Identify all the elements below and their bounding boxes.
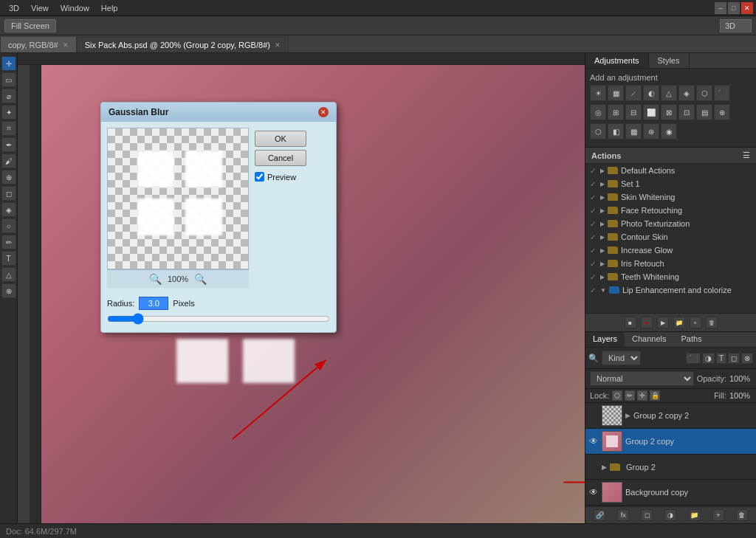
layer-effects-button[interactable]: fx	[617, 509, 629, 521]
action-increase-glow[interactable]: ✓ ▶ Increase Glow	[585, 244, 756, 257]
adj-exposure-icon[interactable]: ◐	[643, 85, 659, 101]
move-tool[interactable]: ✛	[1, 56, 16, 71]
cancel-button[interactable]: Cancel	[255, 150, 306, 166]
clone-tool[interactable]: ⊕	[1, 170, 16, 184]
tab-1[interactable]: Six Pack Abs.psd @ 200% (Group 2 copy, R…	[77, 36, 289, 52]
menu-window[interactable]: Window	[55, 2, 95, 14]
blend-mode-selector[interactable]: Normal	[590, 371, 694, 386]
layer-kind-filter[interactable]: Kind	[602, 351, 641, 365]
adj-hsl-icon[interactable]: ◈	[678, 85, 695, 101]
eraser-tool[interactable]: ◻	[1, 186, 16, 201]
lock-image-icon[interactable]: ✏	[625, 390, 635, 401]
adj-posterize-icon[interactable]: ⊠	[661, 104, 677, 120]
layer-delete-button[interactable]: 🗑	[736, 509, 748, 521]
action-photo-texturization[interactable]: ✓ ▶ Photo Texturization	[585, 217, 756, 230]
action-default-actions[interactable]: ✓ ▶ Default Actions	[585, 164, 756, 177]
adj-threshold-icon[interactable]: ⊡	[678, 104, 695, 120]
magic-wand-tool[interactable]: ✦	[1, 105, 16, 120]
actions-menu-icon[interactable]: ☰	[743, 151, 750, 160]
adj-extra3-icon[interactable]: ▩	[625, 123, 642, 139]
radius-input[interactable]	[139, 297, 168, 310]
tab-layers[interactable]: Layers	[585, 332, 625, 347]
layer-eye-3[interactable]: 👁	[588, 487, 599, 497]
tab-channels[interactable]: Channels	[625, 332, 673, 347]
radius-slider[interactable]	[107, 313, 330, 325]
pen-tool[interactable]: ✏	[1, 235, 16, 249]
path-tool[interactable]: △	[1, 267, 16, 282]
tab-paths[interactable]: Paths	[674, 332, 709, 347]
layer-adjustment-button[interactable]: ◑	[664, 509, 676, 521]
adj-extra2-icon[interactable]: ◧	[608, 123, 624, 139]
brush-tool[interactable]: 🖌	[1, 154, 16, 168]
layer-expand-2[interactable]: ▶	[602, 463, 607, 471]
tab-0[interactable]: copy, RGB/8# ✕	[0, 36, 77, 52]
adj-photo-filter-icon[interactable]: ◎	[590, 104, 606, 120]
filter-type-icon[interactable]: T	[716, 353, 726, 364]
workspace-selector[interactable]: 3D	[720, 19, 752, 32]
adj-invert-icon[interactable]: ⬜	[643, 104, 659, 120]
stop-action-button[interactable]: ■	[625, 317, 636, 328]
menu-help[interactable]: Help	[95, 2, 124, 14]
adj-channelmixer-icon[interactable]: ⊞	[608, 104, 624, 120]
filter-smartobj-icon[interactable]: ⊗	[741, 353, 753, 364]
close-button[interactable]: ✕	[741, 2, 753, 14]
layer-background-copy[interactable]: 👁 Background copy	[585, 480, 756, 506]
minimize-button[interactable]: –	[715, 2, 726, 14]
layer-mask-button[interactable]: ◻	[641, 509, 653, 521]
adj-levels-icon[interactable]: ▦	[608, 85, 624, 101]
filter-pixel-icon[interactable]: ⬛	[686, 353, 701, 364]
marquee-tool[interactable]: ▭	[1, 72, 16, 87]
adj-colorlookup-icon[interactable]: ⊟	[625, 104, 642, 120]
ok-button[interactable]: OK	[255, 131, 306, 147]
adj-curves-icon[interactable]: ⟋	[625, 85, 642, 101]
filter-shape-icon[interactable]: ◻	[728, 353, 740, 364]
tab-0-close[interactable]: ✕	[63, 41, 69, 49]
maximize-button[interactable]: □	[728, 2, 740, 14]
layer-link-button[interactable]: 🔗	[594, 509, 605, 521]
gradient-tool[interactable]: ◈	[1, 202, 16, 217]
lock-position-icon[interactable]: ✛	[637, 390, 647, 401]
fill-screen-button[interactable]: Fill Screen	[4, 19, 56, 32]
adj-bw-icon[interactable]: ⬛	[714, 85, 730, 101]
text-tool[interactable]: T	[1, 251, 16, 266]
delete-action-button[interactable]: 🗑	[706, 317, 718, 328]
zoom-in-button[interactable]: 🔍	[194, 273, 207, 285]
layer-group2copy[interactable]: 👁 Group 2 copy	[585, 429, 756, 455]
menu-view[interactable]: View	[25, 2, 55, 14]
tab-adjustments[interactable]: Adjustments	[585, 53, 649, 68]
adj-colorbalance-icon[interactable]: ⬡	[696, 85, 712, 101]
lock-transparent-icon[interactable]: ⬡	[612, 390, 622, 401]
record-action-button[interactable]: ●	[641, 317, 653, 328]
preview-checkbox-input[interactable]	[255, 172, 264, 182]
adj-vibrance-icon[interactable]: △	[661, 85, 677, 101]
adj-extra4-icon[interactable]: ⊛	[643, 123, 659, 139]
dodge-tool[interactable]: ○	[1, 218, 16, 233]
layer-group2copy2[interactable]: ▶ Group 2 copy 2	[585, 403, 756, 429]
dialog-close-button[interactable]: ✕	[318, 107, 329, 117]
layer-expand-0[interactable]: ▶	[625, 412, 630, 419]
filter-adjust-icon[interactable]: ◑	[702, 353, 715, 364]
action-lip-enhancement[interactable]: ✓ ▼ Lip Enhancement and colorize	[585, 283, 756, 297]
play-action-button[interactable]: ▶	[657, 317, 669, 328]
new-action-set-button[interactable]: 📁	[673, 317, 685, 328]
zoom-tool[interactable]: ⊕	[1, 283, 16, 298]
layer-group-button[interactable]: 📁	[689, 509, 701, 521]
menu-3d[interactable]: 3D	[3, 2, 25, 14]
action-contour-skin[interactable]: ✓ ▶ Contour Skin	[585, 230, 756, 244]
adj-extra1-icon[interactable]: ⬡	[590, 123, 606, 139]
new-action-button[interactable]: +	[690, 317, 701, 328]
layer-new-button[interactable]: +	[712, 509, 724, 521]
tab-styles[interactable]: Styles	[649, 53, 690, 68]
lock-all-icon[interactable]: 🔒	[650, 390, 660, 401]
layer-eye-1[interactable]: 👁	[588, 436, 599, 446]
lasso-tool[interactable]: ⌀	[1, 89, 16, 103]
zoom-out-button[interactable]: 🔍	[149, 273, 162, 285]
action-face-retouching[interactable]: ✓ ▶ Face Retouching	[585, 204, 756, 217]
adj-brightness-icon[interactable]: ☀	[590, 85, 606, 101]
action-iris-retouch[interactable]: ✓ ▶ Iris Retouch	[585, 257, 756, 270]
action-teeth-whitening[interactable]: ✓ ▶ Teeth Whitening	[585, 270, 756, 283]
action-set1[interactable]: ✓ ▶ Set 1	[585, 177, 756, 190]
crop-tool[interactable]: ⌗	[1, 121, 16, 136]
tab-1-close[interactable]: ✕	[275, 41, 281, 49]
adj-selective-color-icon[interactable]: ⊕	[714, 104, 730, 120]
